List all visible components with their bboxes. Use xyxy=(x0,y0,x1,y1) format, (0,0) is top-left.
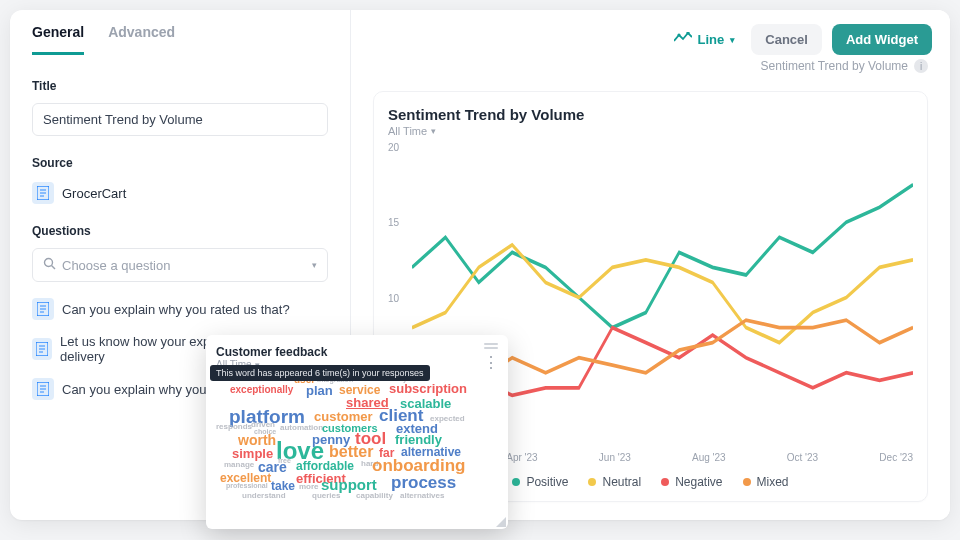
preview-title-text: Sentiment Trend by Volume xyxy=(761,59,908,73)
title-label: Title xyxy=(32,79,328,93)
source-label: Source xyxy=(32,156,328,170)
y-tick: 10 xyxy=(388,292,399,303)
wordcloud-body: userintegrationinstantlyexceptionallypla… xyxy=(216,374,498,504)
add-widget-button[interactable]: Add Widget xyxy=(832,24,932,55)
wordcloud-word[interactable]: process xyxy=(391,473,456,493)
drag-handle-icon[interactable] xyxy=(484,343,498,349)
y-tick: 15 xyxy=(388,217,399,228)
cancel-button[interactable]: Cancel xyxy=(751,24,822,55)
preview-label-row: Sentiment Trend by Volume i xyxy=(351,55,950,73)
legend-label: Mixed xyxy=(757,475,789,489)
question-item[interactable]: Can you explain why you rated us that? xyxy=(32,294,328,324)
wordcloud-word[interactable]: understand xyxy=(242,491,286,500)
kebab-menu-icon[interactable]: ⋮ xyxy=(483,353,498,372)
wordcloud-word[interactable]: automation xyxy=(280,423,323,432)
chevron-down-icon: ▾ xyxy=(730,35,735,45)
x-tick: Apr '23 xyxy=(506,452,537,463)
chart-type-select[interactable]: Line ▾ xyxy=(668,28,742,51)
tab-advanced[interactable]: Advanced xyxy=(108,24,175,55)
search-icon xyxy=(43,257,56,273)
svg-line-5 xyxy=(52,266,56,270)
wordcloud-word[interactable]: responds xyxy=(216,422,252,431)
wordcloud-word[interactable]: alternatives xyxy=(400,491,444,500)
tab-general[interactable]: General xyxy=(32,24,84,55)
config-tabs: General Advanced xyxy=(10,10,350,55)
preview-header: Line ▾ Cancel Add Widget xyxy=(351,10,950,55)
file-icon xyxy=(32,378,54,400)
x-tick: Jun '23 xyxy=(599,452,631,463)
question-text: Can you explain why you rated us that? xyxy=(62,302,290,317)
info-icon[interactable]: i xyxy=(914,59,928,73)
series-neutral xyxy=(412,245,913,343)
questions-label: Questions xyxy=(32,224,328,238)
question-placeholder: Choose a question xyxy=(62,258,170,273)
y-tick: 20 xyxy=(388,142,399,153)
line-chart-icon xyxy=(674,32,692,47)
series-positive xyxy=(412,185,913,328)
legend-positive: Positive xyxy=(512,475,568,489)
file-icon xyxy=(32,182,54,204)
source-row[interactable]: GrocerCart xyxy=(32,182,328,204)
wordcloud-tooltip: This word has appeared 6 time(s) in your… xyxy=(210,365,430,381)
wordcloud-word[interactable]: subscription xyxy=(389,381,467,396)
chart-range-label: All Time xyxy=(388,125,427,137)
chevron-down-icon: ▾ xyxy=(431,126,436,136)
wordcloud-title: Customer feedback xyxy=(216,345,327,359)
x-tick: Dec '23 xyxy=(879,452,913,463)
svg-point-18 xyxy=(677,33,680,36)
chevron-down-icon: ▾ xyxy=(312,260,317,270)
wordcloud-word[interactable]: professional xyxy=(226,482,268,489)
file-icon xyxy=(32,338,52,360)
legend-negative: Negative xyxy=(661,475,722,489)
legend-neutral: Neutral xyxy=(588,475,641,489)
x-tick: Oct '23 xyxy=(787,452,818,463)
x-tick: Aug '23 xyxy=(692,452,726,463)
chart-range-select[interactable]: All Time ▾ xyxy=(388,125,913,137)
legend-label: Negative xyxy=(675,475,722,489)
legend-label: Neutral xyxy=(602,475,641,489)
wordcloud-word[interactable]: exceptionally xyxy=(230,384,293,395)
wordcloud-word[interactable]: capability xyxy=(356,491,393,500)
svg-point-4 xyxy=(45,259,53,267)
file-icon xyxy=(32,298,54,320)
wordcloud-word[interactable]: manage xyxy=(224,460,254,469)
legend-label: Positive xyxy=(526,475,568,489)
title-input[interactable] xyxy=(32,103,328,136)
source-name: GrocerCart xyxy=(62,186,126,201)
legend-mixed: Mixed xyxy=(743,475,789,489)
wordcloud-word[interactable]: queries xyxy=(312,491,340,500)
wordcloud-word[interactable]: plan xyxy=(306,383,333,398)
wordcloud-card[interactable]: Customer feedback All Time ▾ ⋮ userinteg… xyxy=(206,335,508,529)
wordcloud-word[interactable]: more xyxy=(299,482,319,491)
chart-type-label: Line xyxy=(698,32,725,47)
question-select[interactable]: Choose a question ▾ xyxy=(32,248,328,282)
chart-title: Sentiment Trend by Volume xyxy=(388,106,913,123)
resize-handle-icon[interactable] xyxy=(496,517,506,527)
